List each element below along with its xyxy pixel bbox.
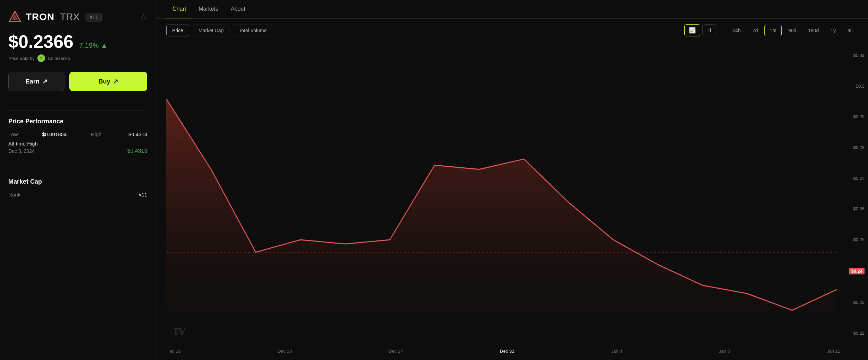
divider-2 — [8, 164, 147, 164]
y-label-028: $0.28 — [849, 145, 865, 150]
ath-section: All-time High Dec 3, 2024 $0.4313 — [8, 141, 147, 156]
ath-date: Dec 3, 2024 — [8, 148, 35, 154]
y-label-030: $0.3 — [849, 84, 865, 89]
y-label-023: $0.23 — [849, 300, 865, 305]
coingecko-name: CoinGecko — [48, 56, 70, 61]
x-label-jan4: Jan 4 — [611, 349, 622, 354]
rank-row: Rank #11 — [8, 192, 147, 197]
time-24h-button[interactable]: 24h — [727, 25, 746, 36]
market-cap-title: Market Cap — [8, 178, 147, 185]
action-buttons: Earn ↗ Buy ↗ — [8, 72, 147, 91]
price-change-badge: 7.19% ▲ — [79, 42, 107, 49]
x-label-dec16: ec 16 — [170, 349, 181, 354]
y-label-027: $0.27 — [849, 176, 865, 181]
price-performance-title: Price Performance — [8, 118, 147, 125]
y-label-029: $0.29 — [849, 114, 865, 119]
market-cap-section: Market Cap Rank #11 — [8, 178, 147, 197]
right-panel: Chart Markets About Price Market Cap Tot… — [156, 0, 868, 360]
y-axis-labels: $0.31 $0.3 $0.29 $0.28 $0.27 $0.26 $0.25… — [849, 49, 865, 339]
buy-button[interactable]: Buy ↗ — [69, 72, 147, 91]
y-label-031: $0.31 — [849, 53, 865, 58]
coin-name-label: TRON — [26, 11, 54, 23]
price-change-value: 7.19% — [79, 42, 99, 49]
metric-price-button[interactable]: Price — [166, 25, 189, 36]
svg-text:𝕋𝕍: 𝕋𝕍 — [173, 327, 185, 336]
earn-button[interactable]: Earn ↗ — [8, 72, 64, 91]
x-axis-labels: ec 16 Dec 20 Dec 24 Dec 31 Jan 4 Jan 8 J… — [170, 349, 840, 354]
x-label-dec20: Dec 20 — [278, 349, 292, 354]
y-label-025: $0.25 — [849, 237, 865, 242]
time-1y-button[interactable]: 1y — [825, 25, 841, 36]
metric-volume-button[interactable]: Total Volume — [233, 25, 272, 36]
price-source-label: Price data by — [8, 56, 35, 61]
tab-markets[interactable]: Markets — [192, 0, 225, 18]
y-label-026: $0.26 — [849, 206, 865, 211]
low-high-row: Low $0.001804 High $0.4313 — [8, 131, 147, 137]
ath-label: All-time High — [8, 141, 38, 147]
tab-chart[interactable]: Chart — [166, 0, 192, 18]
chart-svg-container: $0.31 $0.3 $0.29 $0.28 $0.27 $0.26 $0.25… — [156, 46, 868, 357]
high-label: High — [91, 131, 102, 137]
y-label-024-current: $0.24 — [849, 268, 865, 274]
high-value: $0.4313 — [129, 131, 147, 137]
coingecko-logo-icon: 🦎 — [37, 54, 45, 62]
metric-marketcap-button[interactable]: Market Cap — [193, 25, 229, 36]
candle-chart-icon: ⏸ — [707, 27, 712, 33]
coin-rank-badge: #11 — [86, 13, 102, 21]
low-value: $0.001804 — [42, 131, 67, 137]
left-panel: TRON TRX #11 ☆ $0.2366 7.19% ▲ Price dat… — [0, 0, 156, 360]
chart-controls: Price Market Cap Total Volume 📈 ⏸ 24h 7d… — [156, 19, 868, 42]
rank-value: #11 — [139, 192, 147, 197]
time-all-button[interactable]: all — [842, 25, 858, 36]
ath-label-row: All-time High — [8, 141, 147, 147]
line-chart-button[interactable]: 📈 — [684, 24, 700, 36]
tradingview-watermark: 𝕋𝕍 — [173, 326, 194, 339]
x-label-jan12: Jan 12 — [827, 349, 840, 354]
tab-about[interactable]: About — [225, 0, 252, 18]
ath-value: $0.4313 — [127, 148, 147, 154]
chart-type-buttons: 📈 ⏸ — [684, 24, 717, 36]
price-display: $0.2366 7.19% ▲ — [8, 32, 147, 52]
rank-label: Rank — [8, 192, 20, 197]
price-chart-svg — [166, 49, 837, 339]
chart-area: $0.31 $0.3 $0.29 $0.28 $0.27 $0.26 $0.25… — [156, 42, 868, 360]
low-label: Low — [8, 131, 18, 137]
buy-arrow-icon: ↗ — [113, 78, 118, 85]
time-180d-button[interactable]: 180d — [803, 25, 824, 36]
ath-date-row: Dec 3, 2024 $0.4313 — [8, 148, 147, 154]
candle-chart-button[interactable]: ⏸ — [702, 24, 717, 36]
time-90d-button[interactable]: 90d — [783, 25, 801, 36]
tron-logo-icon — [8, 10, 21, 24]
earn-arrow-icon: ↗ — [42, 78, 47, 85]
x-label-dec24: Dec 24 — [389, 349, 403, 354]
coin-header: TRON TRX #11 ☆ — [8, 10, 147, 24]
chart-tabs: Chart Markets About — [156, 0, 868, 19]
price-value: $0.2366 — [8, 32, 73, 52]
price-source: Price data by 🦎 CoinGecko — [8, 54, 147, 62]
line-chart-icon: 📈 — [689, 27, 696, 33]
time-7d-button[interactable]: 7d — [747, 25, 763, 36]
up-arrow-icon: ▲ — [101, 42, 108, 49]
earn-label: Earn — [26, 78, 40, 85]
coin-ticker-label: TRX — [60, 11, 79, 23]
time-range-buttons: 24h 7d 1m 90d 180d 1y all — [727, 25, 858, 36]
x-label-jan8: Jan 8 — [719, 349, 730, 354]
favorite-button[interactable]: ☆ — [140, 12, 147, 21]
buy-label: Buy — [98, 78, 110, 85]
y-label-022: $0.22 — [849, 331, 865, 336]
divider-1 — [8, 111, 147, 111]
time-1m-button[interactable]: 1m — [764, 25, 781, 36]
x-label-dec31: Dec 31 — [500, 349, 514, 354]
